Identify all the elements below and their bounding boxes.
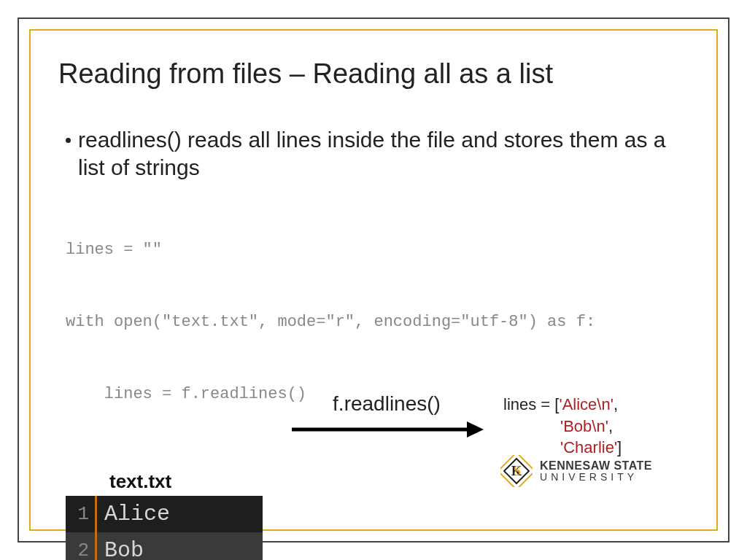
code-line: lines = "" — [66, 238, 689, 262]
bullet-dot-icon — [66, 138, 71, 143]
ksu-logo-icon: K S — [500, 455, 533, 487]
university-logo: K S KENNESAW STATE UNIVERSITY — [500, 455, 652, 487]
editor-row: 1 Alice — [66, 496, 263, 532]
result-sep: , — [608, 417, 613, 435]
slide-content: Reading from files – Reading all as a li… — [58, 44, 689, 516]
line-number: 1 — [66, 503, 95, 525]
logo-line1: KENNESAW STATE — [540, 460, 652, 472]
slide-title: Reading from files – Reading all as a li… — [58, 58, 689, 90]
result-string: 'Charlie' — [560, 438, 617, 456]
editor-row: 2 Bob — [66, 532, 263, 560]
result-string: 'Alice\n' — [559, 395, 613, 413]
arrow-right-icon — [288, 419, 485, 440]
text-editor: 1 Alice 2 Bob 3 Charlie — [66, 496, 263, 560]
bullet-item: readlines() reads all lines inside the f… — [66, 126, 689, 181]
editor-text: Bob — [97, 538, 144, 560]
bullet-text: readlines() reads all lines inside the f… — [78, 126, 689, 181]
svg-marker-1 — [467, 421, 484, 438]
logo-line2: UNIVERSITY — [540, 472, 652, 482]
result-suffix: ] — [617, 438, 622, 456]
logo-text: KENNESAW STATE UNIVERSITY — [540, 460, 652, 482]
editor-text: Alice — [97, 502, 170, 526]
result-string: 'Bob\n' — [560, 417, 608, 435]
code-line: with open("text.txt", mode="r", encoding… — [66, 310, 689, 334]
arrow-zone: f.readlines() — [277, 392, 496, 440]
svg-text:S: S — [514, 464, 521, 478]
line-number: 2 — [66, 540, 95, 560]
result-block: lines = ['Alice\n', 'Bob\n', 'Charlie'] — [503, 394, 622, 459]
result-line: 'Bob\n', — [503, 416, 622, 438]
result-prefix: lines = [ — [503, 395, 559, 413]
arrow-label: f.readlines() — [277, 392, 496, 416]
result-line: lines = ['Alice\n', — [503, 394, 622, 416]
result-sep: , — [614, 395, 618, 413]
